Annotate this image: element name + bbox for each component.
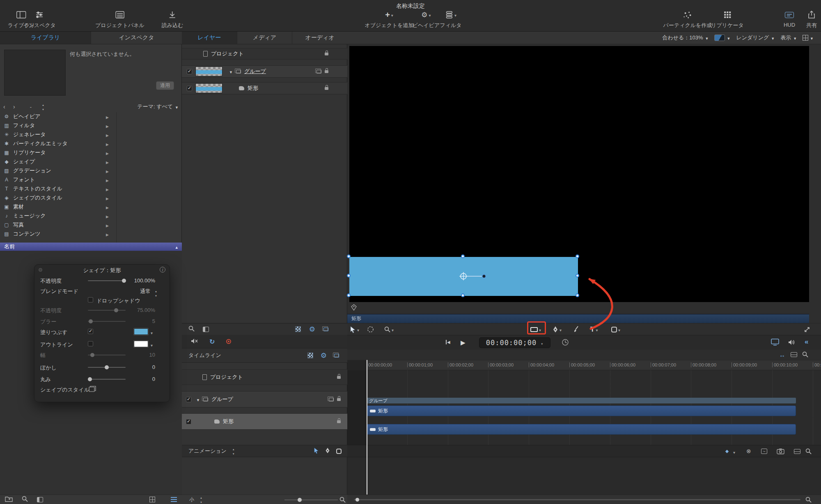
filter-panel-icon[interactable] xyxy=(203,327,209,332)
timeline-bar-rect-1[interactable]: 矩形 xyxy=(367,405,796,416)
timeline-zoom-scrollbar[interactable] xyxy=(354,499,800,500)
library-category-particle-emitters[interactable]: ✱パーティクルエミッタ xyxy=(0,139,116,148)
group-row-label[interactable]: グループ xyxy=(244,68,266,75)
lock-icon[interactable] xyxy=(337,376,341,379)
library-category-materials[interactable]: ▣素材 xyxy=(0,202,116,211)
library-category-text-styles[interactable]: Tテキストのスタイル xyxy=(0,184,116,193)
playhead[interactable] xyxy=(367,360,367,495)
layers-stack-icon[interactable] xyxy=(323,328,328,331)
audio-mute-icon[interactable] xyxy=(191,338,198,345)
outline-checkbox[interactable] xyxy=(88,341,93,346)
tab-library[interactable]: ライブラリ xyxy=(0,32,91,44)
chevron-down-icon[interactable] xyxy=(151,341,153,348)
select-transform-tool[interactable] xyxy=(350,323,359,335)
bezier-tool[interactable] xyxy=(553,323,562,335)
layers-project-row[interactable]: プロジェクト xyxy=(182,48,347,60)
inspector-toolbar-button[interactable]: インスペクタ xyxy=(23,9,56,29)
channel-color-well[interactable] xyxy=(714,34,730,41)
list-view-icon[interactable] xyxy=(171,497,177,502)
library-category-behaviors[interactable]: ⚙ビヘイビア xyxy=(0,112,116,121)
library-category-shapes[interactable]: ◆シェイプ xyxy=(0,157,116,166)
selection-handle[interactable] xyxy=(461,293,465,297)
fill-color-swatch[interactable] xyxy=(134,328,148,335)
zoom-icon[interactable] xyxy=(802,351,808,359)
selection-handle[interactable] xyxy=(347,254,351,258)
gear-icon[interactable] xyxy=(321,351,327,360)
opacity-slider-knob[interactable] xyxy=(122,279,126,283)
fit-zoom-dropdown[interactable]: 合わせる：103% xyxy=(662,34,709,41)
name-column-header[interactable]: 名前 xyxy=(0,243,182,251)
lock-icon[interactable] xyxy=(337,398,341,401)
zoom-slider[interactable] xyxy=(284,499,338,500)
transparency-checker-icon[interactable] xyxy=(295,326,301,332)
group-visibility-checkbox[interactable] xyxy=(186,397,191,402)
go-to-start-button[interactable] xyxy=(446,340,450,344)
apply-button[interactable]: 適用 xyxy=(156,81,174,90)
chevron-down-icon[interactable] xyxy=(733,449,735,455)
play-button[interactable] xyxy=(461,339,466,346)
rectangle-tool[interactable] xyxy=(530,323,541,335)
disclosure-triangle-icon[interactable] xyxy=(196,396,200,403)
lock-icon[interactable] xyxy=(325,70,328,73)
lock-icon[interactable] xyxy=(325,87,328,90)
search-icon[interactable] xyxy=(22,496,28,503)
rect-visibility-checkbox[interactable] xyxy=(187,86,192,91)
drop-shadow-checkbox[interactable] xyxy=(88,297,93,302)
tab-media[interactable]: メディア xyxy=(237,32,293,44)
new-folder-icon[interactable] xyxy=(5,496,13,503)
timeline-bar-rect-2[interactable]: 矩形 xyxy=(367,424,796,435)
library-category-shape-styles[interactable]: ◈シェイプのスタイル xyxy=(0,193,116,202)
paint-stroke-tool[interactable] xyxy=(573,323,579,335)
hud-panel[interactable]: シェイプ：矩形 不透明度 100.00% ブレンドモード 通常 ドロップシャドウ… xyxy=(34,264,170,402)
import-button[interactable]: 読み込む xyxy=(162,9,183,29)
zoom-tool[interactable] xyxy=(384,323,394,335)
save-frame-icon[interactable] xyxy=(771,339,779,347)
timeline-rect-row-selected[interactable]: 矩形 xyxy=(182,413,347,430)
clear-filter-icon[interactable] xyxy=(746,448,751,454)
selection-handle[interactable] xyxy=(347,293,351,297)
chevron-down-icon[interactable] xyxy=(151,329,153,336)
selection-handle[interactable] xyxy=(576,293,579,297)
selection-handle[interactable] xyxy=(576,254,579,258)
timecode-field[interactable]: 00:00:00;00 xyxy=(479,337,550,348)
browser-panel-icon[interactable] xyxy=(37,497,43,502)
selection-handle[interactable] xyxy=(347,274,351,277)
add-object-button[interactable]: オブジェクトを追加 xyxy=(365,9,413,29)
timeline-project-row[interactable]: プロジェクト xyxy=(182,369,347,385)
adjust-item-tool[interactable] xyxy=(367,323,374,335)
roundness-slider[interactable] xyxy=(88,379,126,380)
theme-filter-dropdown[interactable]: テーマ: すべて xyxy=(137,103,179,110)
shape-style-preset-icon[interactable] xyxy=(89,385,96,393)
info-icon[interactable] xyxy=(160,267,165,273)
layers-rect-row[interactable]: 矩形 xyxy=(182,82,347,94)
share-button[interactable]: 共有 xyxy=(806,9,817,29)
speaker-icon[interactable] xyxy=(788,339,795,346)
transparency-checker-icon[interactable] xyxy=(307,353,313,358)
loop-playback-icon[interactable] xyxy=(209,338,215,346)
timeline-tracks[interactable]: グループ 矩形 矩形 xyxy=(347,370,821,445)
library-category-content[interactable]: ▤コンテンツ xyxy=(0,229,116,238)
zoom-slider-knob[interactable] xyxy=(298,498,302,502)
library-category-gradients[interactable]: ▧グラデーション xyxy=(0,166,116,175)
isolate-icon[interactable] xyxy=(316,70,321,73)
loop-region-icon[interactable] xyxy=(805,338,808,346)
roundness-knob[interactable] xyxy=(88,377,92,381)
stepper-control[interactable] xyxy=(42,103,44,111)
zoom-icon[interactable] xyxy=(339,497,346,504)
back-arrow-icon[interactable]: ‹ xyxy=(3,103,13,110)
library-category-generators[interactable]: ✳ジェネレータ xyxy=(0,130,116,139)
snapping-icon[interactable] xyxy=(779,351,785,358)
blend-mode-value[interactable]: 通常 xyxy=(140,288,151,295)
mask-tool[interactable] xyxy=(611,323,620,335)
library-category-fonts[interactable]: Aフォント xyxy=(0,175,116,184)
select-cursor-icon[interactable] xyxy=(314,447,319,455)
selection-handle[interactable] xyxy=(576,274,579,277)
lock-icon[interactable] xyxy=(337,420,341,423)
tab-inspector[interactable]: インスペクタ xyxy=(91,32,182,44)
make-particles-button[interactable]: パーティクルを作成 xyxy=(663,9,712,29)
stepper-control[interactable] xyxy=(200,495,202,504)
film-icon[interactable] xyxy=(791,352,797,357)
layers-group-row[interactable]: グループ xyxy=(182,65,347,78)
rect-visibility-checkbox[interactable] xyxy=(186,419,191,424)
selection-handle[interactable] xyxy=(461,254,465,258)
